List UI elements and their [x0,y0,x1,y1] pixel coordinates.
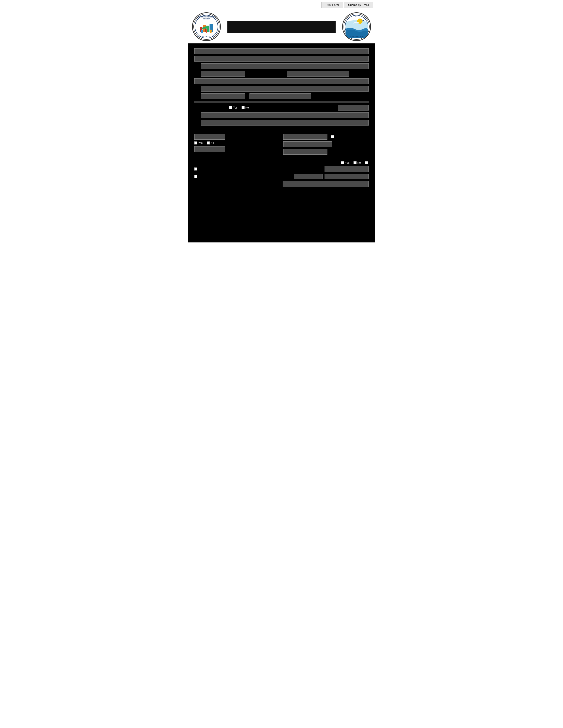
city-field[interactable] [201,71,245,77]
checkbox-yes-2[interactable]: Yes [194,141,203,144]
checkbox-row-2: Yes No [194,141,280,144]
single-checkbox[interactable] [194,167,197,171]
checkbox-row-1: Yes No [201,105,369,111]
field-full-2[interactable] [201,112,369,118]
phone-field[interactable] [194,78,369,84]
owner-name-field[interactable] [201,93,245,99]
checkbox-3a-input[interactable] [341,161,344,164]
row-full-2 [201,112,369,118]
right-field-1-row [283,134,369,140]
svg-point-20 [357,19,363,24]
checkbox-3b-label: No [358,161,361,164]
no-label-2: No [211,141,214,144]
svg-point-11 [205,29,207,31]
right-field-1[interactable] [283,134,328,140]
title-field[interactable] [249,93,311,99]
right-field-2-row [283,141,369,147]
yes-checkbox-2[interactable] [194,141,197,144]
address-field[interactable] [201,63,369,69]
header-title-bar [227,21,336,33]
checkbox-3c-input[interactable] [365,161,368,164]
state-zip-field[interactable] [287,71,349,77]
bottom-field[interactable] [283,181,369,187]
right-field-3[interactable] [283,149,328,155]
checkbox-no-1[interactable]: No [241,106,249,109]
yes-checkbox-1[interactable] [229,106,232,109]
divider-1 [194,159,369,159]
yes-label-2: Yes [198,141,203,144]
print-form-button[interactable]: Print Form [321,2,343,8]
svg-rect-12 [206,31,207,33]
single-checkbox-row [194,166,369,172]
cra-logo: COMMUNITY REDEVELOPMENT AGENCY DELRAY BE… [192,12,221,41]
svg-text:DELRAY BEACH: DELRAY BEACH [350,36,364,38]
checkbox-3a[interactable]: Yes [341,161,350,164]
left-field-1[interactable] [194,134,225,140]
no-checkbox-2[interactable] [207,141,210,144]
right-field-3-row [283,149,369,155]
email-field[interactable] [201,86,369,92]
submit-email-button[interactable]: Submit by Email [344,2,373,8]
section-bar-1 [194,101,369,103]
no-checkbox-1[interactable] [241,106,244,109]
field-full-3[interactable] [201,120,369,126]
checkbox-3c[interactable] [365,161,369,164]
dba-row [194,56,369,62]
checkbox-yes-1[interactable]: Yes [229,106,237,109]
email-row [201,86,369,92]
left-field-2-row [194,146,280,152]
address-row [201,63,369,69]
left-col: Yes No [194,134,280,156]
city-logo: CITY OF DELRAY BEACH [342,12,371,41]
another-checkbox-row [194,174,369,179]
svg-text:AGENCY: AGENCY [203,18,210,20]
two-col-section: Yes No [194,134,369,156]
business-name-field[interactable] [194,48,369,54]
row-full-3 [201,120,369,126]
no-label-1: No [245,106,249,109]
checkbox-3b-input[interactable] [354,161,357,164]
field-right-1[interactable] [338,105,369,111]
checkbox-no-2[interactable]: No [207,141,214,144]
phone-row [194,78,369,84]
svg-text:COMMUNITY REDEVELOPMENT: COMMUNITY REDEVELOPMENT [194,16,218,18]
business-name-row [194,48,369,54]
svg-point-13 [210,30,212,31]
svg-text:OF: OF [362,20,364,21]
left-field-1-row [194,134,280,140]
another-field-2[interactable] [325,174,369,179]
svg-text:CITY: CITY [355,15,358,17]
page-header: COMMUNITY REDEVELOPMENT AGENCY DELRAY BE… [188,10,375,44]
dba-field[interactable] [194,56,369,62]
toolbar: Print Form Submit by Email [188,0,375,10]
right-checkbox-1[interactable] [331,135,334,138]
city-state-row [201,71,369,77]
right-field-2[interactable] [283,141,332,147]
checkbox-3a-label: Yes [345,161,350,164]
three-checkbox-row: Yes No [199,161,369,164]
svg-text:DELRAY BEACH CRA: DELRAY BEACH CRA [197,36,215,38]
svg-point-9 [201,30,203,31]
checkbox-3b[interactable]: No [354,161,361,164]
bottom-field-row [194,181,369,187]
form-body: Yes No Yes [188,44,375,242]
owner-row [201,93,369,99]
yes-label-1: Yes [233,106,237,109]
svg-rect-10 [201,31,203,33]
another-field-1[interactable] [294,174,323,179]
svg-rect-14 [210,31,211,33]
single-checkbox-field[interactable] [325,166,369,172]
left-field-2[interactable] [194,146,225,152]
right-col [283,134,369,156]
another-checkbox[interactable] [194,175,197,178]
